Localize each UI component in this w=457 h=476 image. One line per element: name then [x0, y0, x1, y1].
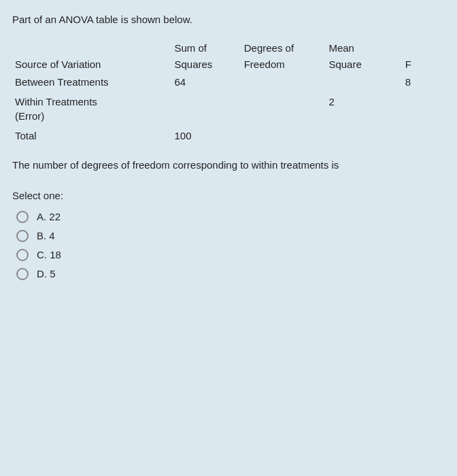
options-list: A. 22 B. 4 C. 18 D. 5 [12, 211, 445, 280]
header-freedom: Freedom [244, 56, 329, 73]
header-mean-square: Square [328, 56, 405, 73]
radio-c[interactable] [16, 249, 29, 261]
cell-f-total [405, 126, 447, 146]
select-label: Select one: [12, 190, 445, 201]
option-d[interactable]: D. 5 [16, 268, 445, 280]
row-between-treatments: Between Treatments 64 8 [15, 72, 447, 92]
cell-mean-total [328, 126, 405, 146]
anova-table: Sum of Degrees of Mean Source of Variati… [15, 40, 447, 146]
option-c-label: C. 18 [37, 249, 61, 260]
row-within-treatments: Within Treatments (Error) 2 [15, 92, 447, 126]
header-f: F [405, 56, 447, 73]
radio-a[interactable] [16, 211, 29, 223]
cell-sum-within [167, 92, 243, 126]
cell-sum-between: 64 [167, 72, 243, 92]
cell-source-between: Between Treatments [15, 72, 167, 92]
cell-deg-within [244, 92, 329, 126]
cell-source-within: Within Treatments (Error) [15, 92, 167, 126]
header-sum-top: Sum of [167, 40, 243, 56]
header-mean-top: Mean [328, 40, 405, 56]
cell-sum-total: 100 [167, 126, 243, 146]
cell-mean-between [328, 72, 405, 92]
cell-f-between: 8 [405, 72, 447, 92]
intro-text: Part of an ANOVA table is shown below. [12, 14, 445, 25]
note-text: The number of degrees of freedom corresp… [12, 158, 445, 173]
row-total: Total 100 [15, 126, 447, 146]
page: Part of an ANOVA table is shown below. S… [0, 0, 457, 476]
option-b-label: B. 4 [37, 230, 55, 241]
header-row-1: Sum of Degrees of Mean [15, 40, 447, 56]
cell-source-total: Total [15, 126, 167, 146]
header-source-top [15, 40, 167, 56]
option-c[interactable]: C. 18 [16, 249, 445, 261]
option-a[interactable]: A. 22 [16, 211, 445, 223]
option-b[interactable]: B. 4 [16, 230, 445, 242]
cell-deg-total [244, 126, 329, 146]
option-d-label: D. 5 [37, 268, 56, 279]
radio-b[interactable] [16, 230, 29, 242]
radio-d[interactable] [16, 268, 29, 280]
option-a-label: A. 22 [37, 211, 61, 222]
cell-f-within [405, 92, 447, 126]
header-squares: Squares [167, 56, 243, 73]
header-f-top [405, 40, 447, 56]
header-row-2: Source of Variation Squares Freedom Squa… [15, 56, 447, 73]
header-source: Source of Variation [15, 56, 167, 73]
cell-mean-within: 2 [328, 92, 405, 126]
cell-deg-between [244, 72, 329, 92]
header-deg-top: Degrees of [244, 40, 329, 56]
